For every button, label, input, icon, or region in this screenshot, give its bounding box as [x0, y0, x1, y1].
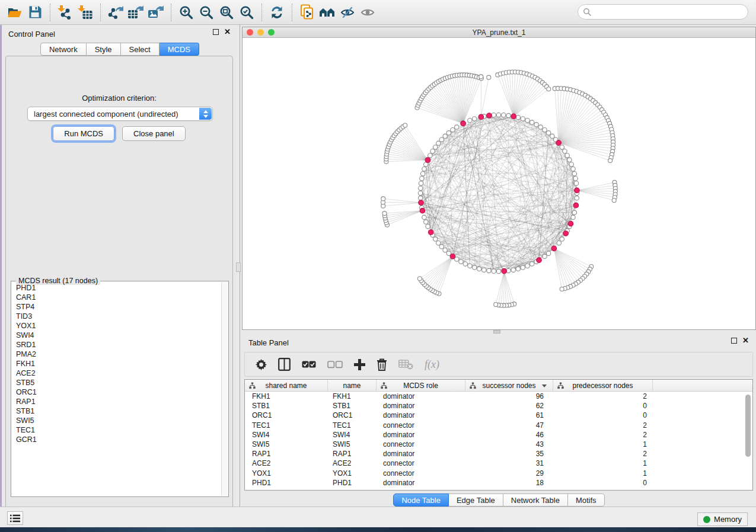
network-node[interactable] — [443, 134, 447, 138]
float-panel-icon[interactable] — [213, 29, 219, 35]
column-header-shared-name[interactable]: shared name — [245, 380, 328, 392]
network-node[interactable] — [424, 220, 428, 224]
network-node[interactable] — [550, 134, 554, 138]
network-node[interactable] — [487, 75, 491, 79]
export-image-button[interactable] — [146, 2, 166, 23]
network-node[interactable] — [538, 125, 543, 129]
network-node[interactable] — [382, 211, 387, 216]
network-node[interactable] — [563, 149, 567, 153]
network-node[interactable] — [468, 118, 472, 123]
column-header-predecessor-nodes[interactable]: predecessor nodes — [553, 380, 653, 392]
column-header-successor-nodes[interactable]: successor nodes — [465, 380, 553, 392]
tab-node-table[interactable]: Node Table — [393, 493, 449, 507]
tab-mcds[interactable]: MCDS — [160, 43, 199, 56]
mcds-hub-node[interactable] — [450, 254, 455, 259]
tab-network-table[interactable]: Network Table — [503, 493, 568, 507]
network-node[interactable] — [439, 137, 444, 142]
network-node[interactable] — [516, 267, 520, 271]
mcds-hub-node[interactable] — [568, 221, 573, 226]
mcds-result-item[interactable]: PHD1 — [12, 283, 221, 293]
tab-network[interactable]: Network — [40, 43, 87, 56]
mcds-hub-node[interactable] — [425, 158, 430, 163]
network-node[interactable] — [546, 251, 550, 255]
mcds-hub-node[interactable] — [537, 258, 542, 263]
network-node[interactable] — [530, 262, 534, 266]
network-node[interactable] — [612, 198, 616, 203]
memory-button[interactable]: Memory — [697, 512, 748, 526]
mcds-result-item[interactable]: SWI4 — [12, 331, 221, 340]
network-node[interactable] — [422, 215, 426, 219]
network-node[interactable] — [543, 254, 547, 258]
network-node[interactable] — [496, 269, 500, 273]
table-row[interactable]: FKH1FKH1dominator962 — [245, 392, 752, 401]
float-panel-icon[interactable] — [731, 338, 737, 344]
network-node[interactable] — [420, 171, 425, 175]
table-row[interactable]: SWI5SWI5connector431 — [245, 440, 752, 449]
table-row[interactable]: STB1STB1dominator620 — [245, 401, 752, 411]
table-options-button[interactable] — [256, 359, 267, 370]
open-session-button[interactable] — [5, 2, 25, 23]
import-table-button[interactable] — [75, 2, 95, 23]
network-node[interactable] — [439, 245, 444, 249]
splitter-grip[interactable] — [236, 262, 241, 272]
mcds-hub-node[interactable] — [419, 200, 424, 206]
network-node[interactable] — [575, 196, 579, 200]
network-node[interactable] — [426, 225, 430, 229]
mcds-result-item[interactable]: SWI5 — [12, 416, 221, 425]
mcds-hub-node[interactable] — [487, 113, 492, 118]
zoom-selected-button[interactable] — [237, 2, 257, 23]
mcds-result-item[interactable]: ACE2 — [12, 368, 221, 378]
network-node[interactable] — [477, 267, 481, 271]
mcds-result-item[interactable]: TID3 — [12, 312, 221, 321]
network-node[interactable] — [574, 181, 578, 185]
mcds-result-item[interactable]: PMA2 — [12, 350, 221, 359]
deselect-all-button[interactable] — [327, 361, 343, 368]
network-node[interactable] — [492, 113, 496, 117]
column-header-name[interactable]: name — [328, 380, 377, 392]
network-node[interactable] — [459, 259, 463, 264]
network-node[interactable] — [516, 115, 520, 119]
network-node[interactable] — [547, 87, 551, 91]
network-node[interactable] — [506, 113, 511, 117]
network-node[interactable] — [422, 167, 426, 171]
mcds-result-item[interactable]: STP4 — [12, 302, 221, 312]
toggle-column-panel-button[interactable] — [278, 358, 291, 371]
network-node[interactable] — [521, 265, 525, 270]
tab-style[interactable]: Style — [87, 43, 121, 56]
create-column-button[interactable] — [354, 359, 365, 370]
network-node[interactable] — [487, 268, 491, 273]
network-node[interactable] — [560, 145, 564, 149]
show-graphics-details-button[interactable] — [358, 2, 378, 23]
network-node[interactable] — [534, 123, 538, 127]
network-node[interactable] — [419, 181, 423, 185]
network-node[interactable] — [494, 302, 498, 306]
network-node[interactable] — [418, 191, 422, 195]
mcds-hub-node[interactable] — [556, 140, 562, 146]
network-node[interactable] — [420, 177, 424, 181]
network-node[interactable] — [543, 128, 547, 132]
select-all-button[interactable] — [302, 361, 316, 368]
hide-selected-button[interactable] — [337, 2, 358, 23]
task-history-button[interactable] — [7, 511, 23, 525]
table-row[interactable]: PHD1PHD1dominator180 — [245, 478, 752, 488]
network-node[interactable] — [608, 159, 613, 163]
table-row[interactable]: SWI4SWI4dominator462 — [245, 430, 752, 440]
network-window-titlebar[interactable]: YPA_prune.txt_1 — [243, 27, 755, 38]
network-node[interactable] — [451, 128, 455, 132]
zoom-fit-button[interactable] — [216, 2, 237, 23]
network-node[interactable] — [419, 196, 423, 200]
table-row[interactable]: ACE2ACE2connector311 — [245, 459, 752, 468]
network-node[interactable] — [473, 117, 477, 121]
network-node[interactable] — [565, 153, 569, 158]
run-mcds-button[interactable]: Run MCDS — [53, 126, 114, 141]
network-node[interactable] — [455, 125, 459, 129]
network-node[interactable] — [557, 241, 561, 245]
mcds-hub-node[interactable] — [428, 230, 433, 235]
network-node[interactable] — [433, 145, 438, 149]
network-node[interactable] — [572, 171, 576, 175]
network-node[interactable] — [546, 131, 550, 135]
network-node[interactable] — [403, 123, 407, 127]
network-node[interactable] — [417, 277, 422, 281]
save-session-button[interactable] — [25, 2, 45, 23]
network-node[interactable] — [567, 158, 572, 162]
